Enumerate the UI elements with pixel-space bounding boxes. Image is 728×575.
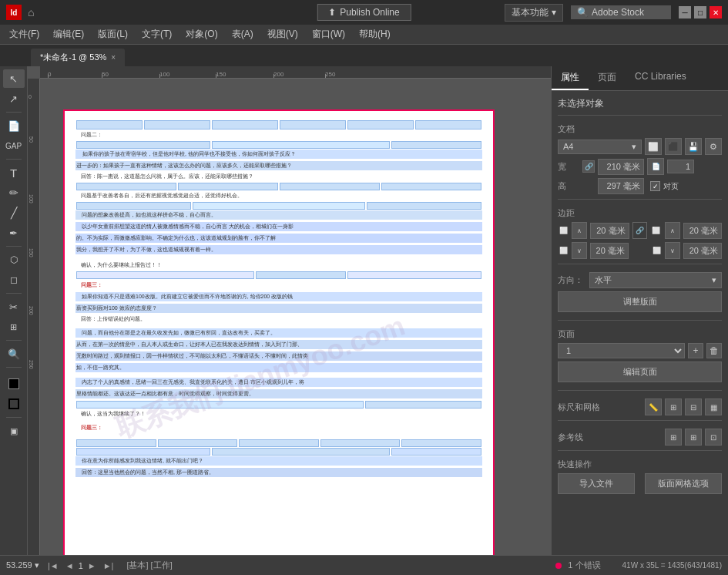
margin-up-icon[interactable]: ∧ — [572, 222, 587, 239]
canvas-area[interactable]: 0 50 100 150 200 250 0 50 100 150 200 25… — [28, 66, 551, 555]
menu-edit[interactable]: 编辑(E) — [47, 26, 90, 42]
document-preset-dropdown[interactable]: A4 ▾ — [558, 140, 642, 154]
guide-icon-1[interactable]: ⊞ — [665, 429, 682, 446]
page-canvas[interactable]: 联系我们 lianmyoo.com 问题二： 如果你 — [40, 79, 551, 555]
quick-actions-section: 快速操作 导入文件 版面网格选项 — [558, 459, 722, 497]
rulers-icons: 📏 ⊞ ⊟ ▦ — [645, 398, 722, 415]
tab-properties[interactable]: 属性 — [552, 66, 589, 90]
page-tool[interactable]: 📄 — [3, 116, 25, 135]
zoom-value: 53.259 — [6, 560, 32, 570]
menu-layout[interactable]: 版面(L) — [92, 26, 134, 42]
nav-last-button[interactable]: ►| — [101, 561, 116, 570]
menu-object[interactable]: 对象(O) — [179, 26, 223, 42]
minimize-button[interactable]: ─ — [679, 6, 691, 18]
margin-down-icon[interactable]: ∨ — [572, 242, 587, 259]
height-input[interactable]: 297 毫米 — [598, 178, 644, 194]
rect-frame-tool[interactable]: ⬡ — [3, 251, 25, 269]
menu-table[interactable]: 表(A) — [226, 26, 260, 42]
margin-top-input[interactable]: 20 毫米 — [590, 223, 629, 239]
margin-left-input[interactable]: 20 毫米 — [683, 243, 722, 259]
margin-right-up-icon[interactable]: ∧ — [665, 222, 680, 239]
margin-bottom-input[interactable]: 20 毫米 — [590, 243, 629, 259]
menu-help[interactable]: 帮助(H) — [353, 26, 397, 42]
document-icon-3[interactable]: 💾 — [685, 138, 702, 155]
edit-page-button[interactable]: 编辑页面 — [558, 361, 722, 382]
selection-tool[interactable]: ↖ — [3, 69, 25, 88]
ruler-v-mark-200: 200 — [29, 306, 34, 315]
divider-2 — [558, 199, 722, 200]
margin-link-icon[interactable]: 🔗 — [632, 222, 648, 239]
pages-link-icon[interactable]: 📄 — [647, 158, 664, 175]
height-row: 高 297 毫米 对页 — [558, 178, 722, 194]
maximize-button[interactable]: □ — [694, 6, 706, 18]
close-button[interactable]: ✕ — [710, 6, 722, 18]
no-selection-section: 未选择对象 — [558, 97, 722, 116]
menu-view[interactable]: 视图(V) — [261, 26, 304, 42]
guide-icon-2[interactable]: ⊞ — [685, 429, 702, 446]
document-tab[interactable]: *未命名-1 @ 53% × — [31, 49, 125, 66]
tab-close-icon[interactable]: × — [111, 53, 116, 62]
margin-right-input[interactable]: 20 毫米 — [683, 223, 722, 239]
quick-actions-row: 导入文件 版面网格选项 — [558, 473, 722, 497]
import-file-button[interactable]: 导入文件 — [558, 473, 635, 494]
publish-label: Publish Online — [340, 7, 399, 18]
home-icon[interactable]: ⌂ — [28, 6, 34, 18]
page-number-select[interactable]: 1 — [558, 343, 685, 358]
nav-first-button[interactable]: |◄ — [45, 561, 61, 570]
margin-top-row: ⬜ ∧ 20 毫米 🔗 ⬜ ∧ 20 毫米 — [558, 222, 722, 239]
tool-separator-4 — [6, 293, 22, 294]
grid-icon-2[interactable]: ⊟ — [685, 398, 702, 415]
menu-window[interactable]: 窗口(W) — [306, 26, 351, 42]
fill-color[interactable] — [3, 375, 25, 393]
direct-selection-tool[interactable]: ↗ — [3, 89, 25, 108]
divider-6 — [558, 420, 722, 421]
rect-tool[interactable]: ◻ — [3, 271, 25, 289]
document-icon-2[interactable]: ⬛ — [665, 138, 682, 155]
preview-mode[interactable]: ▣ — [3, 422, 25, 440]
menu-type[interactable]: 文字(T) — [136, 26, 178, 42]
document-icon-4[interactable]: ⚙ — [705, 138, 722, 155]
ruler-left: 0 50 100 150 200 250 — [28, 79, 40, 555]
width-link-icon[interactable]: 🔗 — [582, 160, 595, 173]
layout-grid-button[interactable]: 版面网格选项 — [645, 473, 722, 494]
ruler-icon[interactable]: 📏 — [645, 398, 662, 415]
zoom-tool[interactable]: 🔍 — [3, 345, 25, 363]
grid-icon-3[interactable]: ▦ — [705, 398, 722, 415]
type-tool[interactable]: T — [3, 163, 25, 182]
publish-upload-icon: ⬆ — [328, 7, 336, 18]
right-panel: 属性 页面 CC Libraries 未选择对象 文档 A4 ▾ ⬜ — [551, 66, 728, 555]
add-page-button[interactable]: + — [688, 343, 703, 358]
nav-next-button[interactable]: ► — [86, 561, 99, 570]
adjust-layout-button[interactable]: 调整版面 — [558, 291, 722, 312]
workspace-switcher[interactable]: 基本功能 ▾ — [505, 4, 563, 22]
pencil-tool[interactable]: ✏ — [3, 183, 25, 202]
page-content: 联系我们 lianmyoo.com 问题二： 如果你 — [63, 109, 495, 555]
direction-dropdown[interactable]: 水平 ▾ — [589, 272, 722, 288]
nav-prev-button[interactable]: ◄ — [63, 561, 76, 570]
gap-tool[interactable]: GAP — [3, 136, 25, 155]
delete-page-button[interactable]: 🗑 — [706, 343, 722, 358]
line-tool[interactable]: ╱ — [3, 203, 25, 222]
pen-tool[interactable]: ✒ — [3, 224, 25, 242]
guide-icon-3[interactable]: ⊡ — [705, 429, 722, 446]
width-input[interactable]: 210 毫米 — [598, 159, 644, 175]
columns-input[interactable]: 1 — [667, 160, 694, 173]
document-icon-1[interactable]: ⬜ — [645, 138, 662, 155]
workspace-mode-label: [基本] [工作] — [126, 560, 172, 571]
facing-pages-checkbox[interactable] — [650, 181, 660, 191]
direction-value: 水平 — [595, 274, 612, 286]
grid-icon-1[interactable]: ⊞ — [665, 398, 682, 415]
tab-cc-libraries[interactable]: CC Libraries — [626, 66, 696, 90]
margin-left-down-icon[interactable]: ∨ — [665, 242, 680, 259]
tab-pages[interactable]: 页面 — [589, 66, 626, 90]
publish-online-button[interactable]: ⬆ Publish Online — [317, 4, 411, 21]
zoom-level: 53.259 ▾ — [6, 560, 41, 570]
adobe-stock-search[interactable]: 🔍 Adobe Stock — [571, 5, 671, 19]
no-selection-label: 未选择对象 — [558, 97, 722, 110]
transform-tool[interactable]: ⊞ — [3, 318, 25, 336]
stroke-color[interactable] — [3, 395, 25, 413]
pages-section-label: 页面 — [558, 328, 722, 340]
menu-file[interactable]: 文件(F) — [3, 26, 45, 42]
ruler-mark-200: 200 — [273, 71, 283, 78]
scissors-tool[interactable]: ✂ — [3, 298, 25, 316]
